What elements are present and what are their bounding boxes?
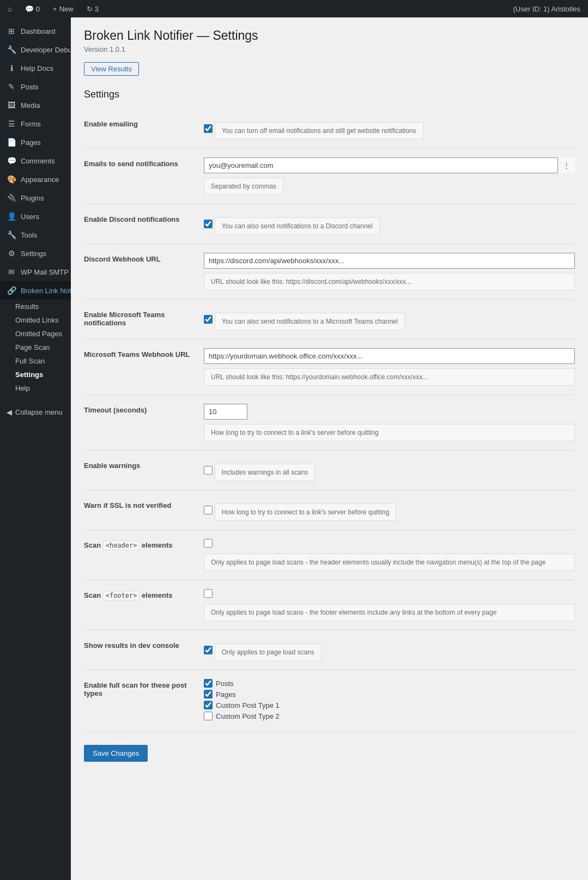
sidebar-label: Pages [21,138,41,147]
collapse-icon: ◀ [7,408,12,416]
scan-footer-checkbox[interactable] [204,589,213,598]
sidebar-sub-omitted-pages[interactable]: Omitted Pages [0,327,71,341]
setting-label-show-dev-console: Show results in dev console [84,639,204,650]
sidebar-item-users[interactable]: 👤 Users [0,207,71,226]
sidebar-label: Forms [21,120,41,128]
sidebar-item-comments[interactable]: 💬 Comments [0,151,71,170]
warn-ssl-checkbox[interactable] [204,506,213,514]
view-results-button[interactable]: View Results [84,62,139,76]
sidebar-sub-results[interactable]: Results [0,300,71,313]
wp-mail-smtp-icon: ✉ [7,267,16,277]
user-label: (User ID: 1) Aristotles [513,5,580,13]
setting-enable-warnings: Enable warnings Includes warnings in all… [84,451,575,490]
enable-teams-hint: You can also send notifications to a Mic… [215,313,405,330]
setting-enable-discord: Enable Discord notifications You can als… [84,204,575,244]
broken-link-icon: 🔗 [7,286,16,295]
setting-scan-header: Scan <header> elements Only applies to p… [84,530,575,580]
users-icon: 👤 [7,211,16,221]
emails-to-send-hint: Separated by commas [204,178,283,195]
sidebar-sub-help[interactable]: Help [0,381,71,395]
discord-webhook-input[interactable] [204,253,575,269]
scan-footer-hint: Only applies to page load scans - the fo… [204,604,575,621]
setting-control-timeout: How long to try to connect to a link's s… [204,404,575,441]
adminbar-updates[interactable]: ↻ 3 [83,0,102,17]
sidebar-sub-omitted-links[interactable]: Omitted Links [0,313,71,327]
setting-label-discord-webhook: Discord Webhook URL [84,253,204,263]
sidebar-item-broken-link-notifier[interactable]: 🔗 Broken Link Notifier 3 [0,281,71,300]
setting-control-full-scan-post-types: Posts Pages Custom Post Type 1 Custom Po… [204,679,575,723]
setting-label-enable-emailing: Enable emailing [84,118,204,128]
setting-timeout: Timeout (seconds) How long to try to con… [84,395,575,451]
sidebar-item-posts[interactable]: ✎ Posts [0,77,71,96]
show-dev-console-checkbox[interactable] [204,646,213,654]
post-type-pages-label: Pages [216,690,236,699]
sidebar-sub-full-scan[interactable]: Full Scan [0,354,71,368]
adminbar-new[interactable]: + New [50,0,77,17]
enable-emailing-checkbox[interactable] [204,124,213,133]
timeout-hint: How long to try to connect to a link's s… [204,424,575,441]
post-type-posts-checkbox[interactable] [204,679,213,688]
collapse-menu-btn[interactable]: ◀ Collapse menu [0,404,71,421]
adminbar-user[interactable]: (User ID: 1) Aristotles [510,0,584,17]
show-dev-console-hint: Only applies to page load scans [215,644,322,661]
sidebar-item-settings[interactable]: ⚙ Settings [0,244,71,263]
post-type-cpt2-checkbox[interactable] [204,712,213,720]
setting-show-dev-console: Show results in dev console Only applies… [84,630,575,670]
scan-header-checkbox[interactable] [204,539,213,548]
help-docs-icon: ℹ [7,63,16,73]
setting-control-scan-header: Only applies to page load scans - the he… [204,539,575,571]
post-type-cpt2-row: Custom Post Type 2 [204,712,575,720]
enable-warnings-checkbox[interactable] [204,466,213,475]
page-version: Version 1.0.1 [84,45,575,53]
sidebar-label: Appearance [21,175,59,184]
sidebar-item-help-docs[interactable]: ℹ Help Docs [0,59,71,77]
sidebar-item-developer-debug[interactable]: 🔧 Developer Debug Tools [0,40,71,59]
collapse-label: Collapse menu [15,408,63,416]
emails-to-send-input[interactable] [204,157,575,173]
tools-icon: 🔧 [7,230,16,240]
setting-enable-teams: Enable Microsoft Teams notifications You… [84,300,575,339]
dashboard-icon: ⊞ [7,26,16,36]
setting-control-enable-warnings: Includes warnings in all scans [204,459,575,481]
post-type-cpt1-checkbox[interactable] [204,701,213,709]
setting-control-enable-teams: You can also send notifications to a Mic… [204,308,575,330]
setting-enable-emailing: Enable emailing You can turn off email n… [84,109,575,149]
sidebar-item-forms[interactable]: ☰ Forms [0,114,71,133]
enable-discord-checkbox[interactable] [204,220,213,228]
teams-webhook-input[interactable] [204,348,575,364]
page-title: Broken Link Notifier — Settings [84,28,575,43]
setting-warn-ssl: Warn if SSL is not verified How long to … [84,490,575,530]
settings-icon: ⚙ [7,248,16,258]
sidebar-item-dashboard[interactable]: ⊞ Dashboard [0,22,71,40]
sidebar-item-wp-mail-smtp[interactable]: ✉ WP Mail SMTP [0,263,71,281]
teams-webhook-hint: URL should look like this: https://yourd… [204,368,575,386]
setting-control-enable-discord: You can also send notifications to a Dis… [204,213,575,235]
enable-teams-checkbox[interactable] [204,315,213,324]
media-icon: 🖼 [7,100,16,110]
setting-label-enable-warnings: Enable warnings [84,459,204,470]
adminbar-comments[interactable]: 💬 0 [22,0,43,17]
sidebar-label: Plugins [21,194,44,202]
setting-label-teams-webhook: Microsoft Teams Webhook URL [84,348,204,359]
save-changes-button[interactable]: Save Changes [84,745,148,762]
updates-icon: ↻ [87,5,93,13]
sidebar-label: Settings [21,250,46,258]
sidebar-item-appearance[interactable]: 🎨 Appearance [0,170,71,189]
sidebar-item-media[interactable]: 🖼 Media [0,96,71,114]
sidebar-item-plugins[interactable]: 🔌 Plugins [0,189,71,207]
adminbar-home[interactable]: ⌂ [4,0,15,17]
post-type-pages-checkbox[interactable] [204,690,213,699]
setting-label-full-scan-post-types: Enable full scan for these post types [84,679,204,697]
updates-count: 3 [95,5,99,13]
setting-discord-webhook: Discord Webhook URL URL should look like… [84,244,575,300]
post-type-posts-label: Posts [216,679,234,688]
timeout-input[interactable] [204,404,247,420]
post-type-pages-row: Pages [204,690,575,699]
sidebar-item-tools[interactable]: 🔧 Tools [0,226,71,244]
sidebar-sub-page-scan[interactable]: Page Scan [0,341,71,354]
comments-sidebar-icon: 💬 [7,156,16,166]
sidebar-sub-settings[interactable]: Settings [0,368,71,381]
sidebar-label: Tools [21,231,37,239]
sidebar-item-pages[interactable]: 📄 Pages [0,133,71,151]
emails-icon-btn[interactable]: ⋮ [557,157,575,173]
